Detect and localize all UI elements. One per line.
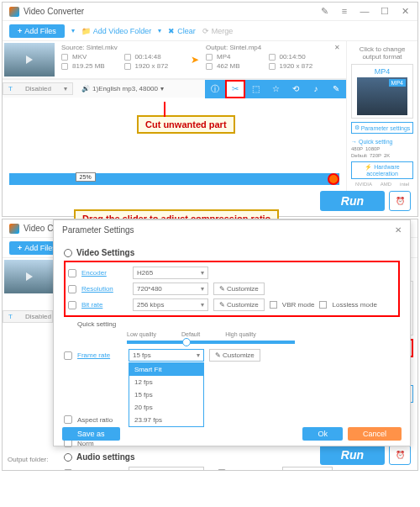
hardware-accel-button[interactable]: ⚡ Hardware acceleration [351, 161, 413, 179]
customize-framerate-button[interactable]: ✎ Customize [209, 349, 260, 362]
main-window-2: Video Converter ✎ Add Files TDisabled Cl… [2, 219, 418, 471]
customize-bitrate-button[interactable]: ✎ Customize [213, 298, 265, 311]
merge-button: ⟳ Merge [202, 27, 234, 35]
source-label: Source: Sintel.mkv [61, 44, 184, 51]
edit-icon[interactable]: ✎ [326, 80, 346, 98]
bitrate-label[interactable]: Bit rate [81, 301, 128, 309]
resolution-icon [68, 285, 76, 293]
framerate-select[interactable]: 15 fps [129, 349, 204, 362]
format-icon [206, 54, 213, 61]
channels-select[interactable]: Smart Fit [282, 467, 333, 471]
encoder-label[interactable]: Encoder [81, 269, 128, 277]
video-settings-header: Video Settings [64, 248, 400, 257]
duration-icon [124, 54, 131, 61]
subtitle-select[interactable]: TDisabled▾ [3, 82, 73, 95]
format-panel: Click to change output format MP4 ⚙ Para… [346, 41, 417, 191]
size-icon [61, 63, 68, 70]
slider-end-icon[interactable] [328, 173, 339, 185]
framerate-label[interactable]: Frame rate [77, 351, 123, 359]
resolution-icon [124, 63, 131, 70]
cut-icon[interactable]: ✂ [225, 80, 245, 98]
lossless-checkbox[interactable] [319, 301, 327, 309]
dialog-close-icon[interactable]: ✕ [395, 225, 402, 235]
annotation-cut: Cut unwanted part [137, 115, 235, 134]
info-icon[interactable]: ⓘ [205, 80, 225, 98]
add-files-button[interactable]: Add Files [9, 24, 65, 38]
app-logo-icon [9, 7, 19, 17]
parameter-settings-button[interactable]: ⚙ Parameter settings [351, 122, 413, 134]
main-window-1: Video Converter ✎ ≡ — ☐ ✕ Add Files ▾ 📁 … [2, 2, 418, 217]
customize-resolution-button[interactable]: ✎ Customize [213, 283, 265, 295]
slider-handle[interactable]: 25% [76, 172, 96, 182]
duration-icon [269, 54, 276, 61]
gear-icon [64, 249, 72, 257]
toolbar: Add Files ▾ 📁 Add Video Folder ▾ ✖ Clear… [3, 21, 417, 41]
bitrate-select[interactable]: 256 kbps [133, 298, 208, 311]
resolution-select[interactable]: 720*480 [133, 283, 208, 295]
format-panel-title: Click to change output format [351, 45, 413, 61]
quality-slider[interactable] [127, 341, 295, 344]
framerate-dropdown[interactable]: Smart Fit 12 fps 15 fps 20 fps 23.97 fps [129, 362, 204, 427]
clear-button[interactable]: ✖ Clear [168, 27, 196, 35]
maximize-icon[interactable]: ☐ [379, 6, 391, 17]
ok-button[interactable]: Ok [302, 427, 343, 441]
vbr-checkbox[interactable] [270, 301, 277, 309]
audio-track-select[interactable]: 🔊 1)English mp3, 48000 ▾ [76, 83, 169, 94]
dialog-title: Parameter Settings [62, 225, 134, 235]
video-thumbnail[interactable] [4, 43, 55, 77]
parameter-settings-dialog: Parameter Settings ✕ Video Settings Enco… [53, 219, 411, 446]
remove-file-icon[interactable]: ✕ [331, 44, 344, 76]
minimize-icon[interactable]: — [359, 6, 370, 17]
resolution-icon [269, 63, 276, 70]
output-label: Output: Sintel.mp4 [206, 44, 328, 51]
file-list-panel: Source: Sintel.mkv MKV 00:14:48 819.25 M… [3, 41, 346, 191]
channels-icon [218, 469, 226, 472]
framerate-icon [64, 351, 72, 360]
bitrate-icon [68, 301, 76, 309]
effect-icon[interactable]: ☆ [265, 80, 286, 98]
app-logo-icon [9, 224, 19, 234]
crop-icon[interactable]: ⬚ [245, 80, 265, 98]
a-encoder-icon [64, 469, 72, 472]
audio-settings-header: Audio settings [64, 452, 400, 462]
schedule-icon[interactable]: ⏰ [389, 191, 411, 211]
highlighted-settings: Encoder H265 Resolution 720*480 ✎ Custom… [64, 261, 400, 317]
quick-setting-label: → Quick setting [351, 139, 413, 145]
output-format-box[interactable]: MP4 [351, 64, 413, 119]
run-button[interactable]: Run [320, 191, 385, 211]
rotate-icon[interactable]: ⟲ [286, 80, 306, 98]
titlebar: Video Converter ✎ ≡ — ☐ ✕ [3, 3, 417, 21]
menu-icon[interactable]: ≡ [339, 6, 350, 17]
convert-arrow-icon: ➤ [186, 44, 203, 76]
gear-icon [64, 453, 72, 462]
save-as-button[interactable]: Save as [62, 427, 120, 441]
output-folder-label: Output folder: [8, 456, 48, 463]
audio-encoder-select[interactable]: Smart Fit [129, 467, 204, 471]
video-thumbnail[interactable] [4, 260, 55, 293]
file-row[interactable]: Source: Sintel.mkv MKV 00:14:48 819.25 M… [3, 41, 346, 79]
add-folder-button[interactable]: 📁 Add Video Folder [81, 27, 151, 35]
resolution-label[interactable]: Resolution [81, 285, 128, 293]
size-icon [206, 63, 213, 70]
add-folder-dropdown-icon[interactable]: ▾ [158, 27, 161, 34]
encoder-icon [68, 269, 76, 277]
format-preview [357, 77, 407, 115]
watermark-icon[interactable]: ♪ [306, 80, 326, 98]
add-files-dropdown-icon[interactable]: ▾ [71, 27, 75, 34]
close-icon[interactable]: ✕ [399, 6, 411, 17]
feedback-icon[interactable]: ✎ [318, 6, 330, 17]
format-icon [61, 54, 68, 61]
compression-slider[interactable]: 25% [9, 173, 339, 185]
cancel-button[interactable]: Cancel [348, 427, 402, 441]
encoder-select[interactable]: H265 [133, 267, 208, 279]
subtitle-select[interactable]: TDisabled [3, 310, 53, 323]
app-title: Video Converter [24, 7, 84, 16]
